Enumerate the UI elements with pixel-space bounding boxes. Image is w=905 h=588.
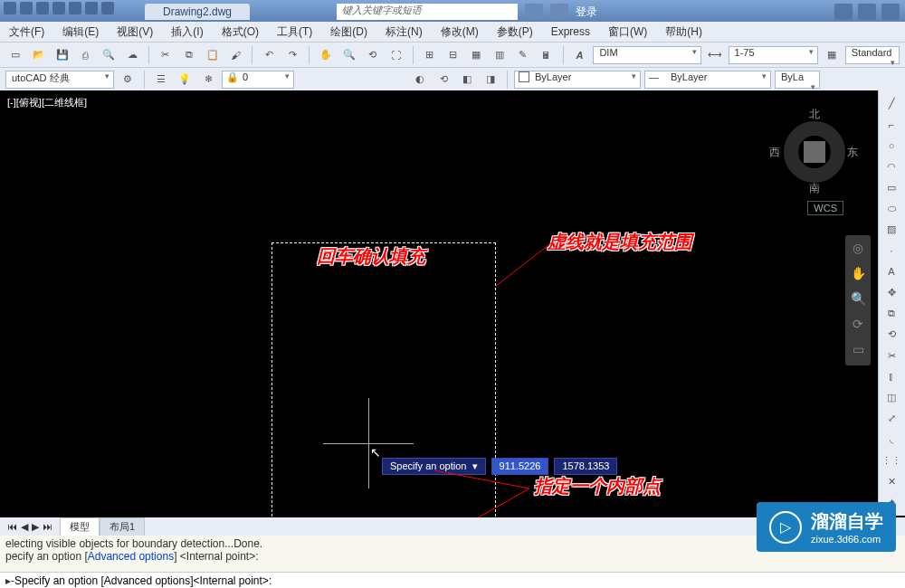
- login-link[interactable]: 登录: [576, 5, 597, 20]
- layer-iso-icon[interactable]: ◐: [410, 70, 430, 90]
- tab-model[interactable]: 模型: [60, 517, 100, 536]
- fillet-icon[interactable]: ◟: [881, 430, 902, 449]
- help-search-input[interactable]: 键入关键字或短语: [337, 4, 518, 20]
- menu-dimension[interactable]: 标注(N): [386, 24, 423, 40]
- cloud-icon[interactable]: [858, 4, 876, 20]
- command-input[interactable]: ▸- Specify an option [Advanced options] …: [0, 572, 905, 588]
- table-icon[interactable]: ▦: [822, 45, 842, 65]
- point-icon[interactable]: ·: [881, 241, 902, 260]
- dim-icon[interactable]: ⟷: [705, 45, 725, 65]
- qat-icon[interactable]: [69, 2, 81, 14]
- circle-icon[interactable]: ○: [881, 136, 902, 155]
- zoom-icon[interactable]: 🔍: [339, 45, 359, 65]
- textstyle-combo[interactable]: Standard: [845, 46, 900, 64]
- viewcube-east[interactable]: 东: [847, 145, 858, 160]
- scale-icon[interactable]: ⤢: [881, 409, 902, 428]
- cut-icon[interactable]: ✂: [156, 45, 176, 65]
- array-icon[interactable]: ⋮⋮: [881, 450, 902, 469]
- layer-props-icon[interactable]: ☰: [151, 70, 171, 90]
- menu-parametric[interactable]: 参数(P): [497, 24, 533, 40]
- layer-freeze-icon[interactable]: ❄: [198, 70, 218, 90]
- menu-tools[interactable]: 工具(T): [277, 24, 312, 40]
- open-icon[interactable]: 📂: [29, 45, 49, 65]
- redo-icon[interactable]: ↷: [282, 45, 302, 65]
- viewcube[interactable]: 北 南 东 西: [769, 107, 860, 197]
- signin-icon[interactable]: [550, 4, 568, 20]
- exchange-icon[interactable]: [834, 4, 853, 20]
- zoom-window-icon[interactable]: ⛶: [386, 45, 406, 65]
- layer-state-icon[interactable]: 💡: [175, 70, 195, 90]
- tool-palette-icon[interactable]: ▦: [466, 45, 486, 65]
- tab-layout1[interactable]: 布局1: [100, 517, 145, 536]
- help-icon[interactable]: [881, 4, 900, 20]
- ellipse-icon[interactable]: ⬭: [881, 199, 902, 218]
- menu-help[interactable]: 帮助(H): [665, 24, 702, 40]
- qat-icon[interactable]: [52, 2, 65, 14]
- copy-icon[interactable]: ⧉: [179, 45, 199, 65]
- layer-on-icon[interactable]: ◨: [481, 70, 500, 90]
- infocenter-icon[interactable]: [525, 4, 543, 20]
- trim-icon[interactable]: ✂: [881, 346, 902, 365]
- workspace-settings-icon[interactable]: ⚙: [118, 70, 138, 90]
- plot-icon[interactable]: ⎙: [76, 45, 96, 65]
- copy-obj-icon[interactable]: ⧉: [881, 304, 902, 323]
- tab-next-icon[interactable]: ▶: [32, 521, 39, 533]
- layer-combo[interactable]: 🔒0: [222, 71, 294, 89]
- menu-view[interactable]: 视图(V): [117, 24, 153, 40]
- viewcube-west[interactable]: 西: [769, 145, 780, 160]
- wcs-label[interactable]: WCS: [807, 201, 843, 215]
- pan-icon[interactable]: ✋: [316, 45, 336, 65]
- tab-last-icon[interactable]: ⏭: [43, 521, 52, 533]
- rectangle-icon[interactable]: ▭: [881, 178, 902, 197]
- preview-icon[interactable]: 🔍: [99, 45, 119, 65]
- publish-icon[interactable]: ☁: [122, 45, 142, 65]
- document-tab[interactable]: Drawing2.dwg: [145, 4, 250, 20]
- dimstyle-combo[interactable]: DIM: [593, 46, 700, 64]
- menu-insert[interactable]: 插入(I): [171, 24, 203, 40]
- viewcube-north[interactable]: 北: [809, 107, 820, 122]
- menu-modify[interactable]: 修改(M): [441, 24, 479, 40]
- qat-icon[interactable]: [36, 2, 49, 14]
- menu-window[interactable]: 窗口(W): [608, 24, 647, 40]
- scale-combo[interactable]: 1-75: [729, 46, 818, 64]
- menu-format[interactable]: 格式(O): [222, 24, 259, 40]
- erase-icon[interactable]: ✕: [881, 472, 902, 491]
- markup-icon[interactable]: ✎: [513, 45, 533, 65]
- color-combo[interactable]: ByLayer: [514, 71, 641, 89]
- dynamic-x-value[interactable]: 911.5226: [491, 458, 549, 475]
- design-center-icon[interactable]: ⊟: [443, 45, 462, 65]
- drawing-canvas[interactable]: [-][俯视][二维线框] ↖ Specify an option ▾ 911.…: [0, 90, 876, 516]
- menu-express[interactable]: Express: [551, 25, 590, 38]
- hatch-icon[interactable]: ▨: [881, 220, 902, 239]
- layer-prev-icon[interactable]: ⟲: [433, 70, 453, 90]
- undo-icon[interactable]: ↶: [259, 45, 279, 65]
- nav-orbit-icon[interactable]: ⟳: [849, 317, 867, 335]
- arc-icon[interactable]: ◠: [881, 157, 902, 176]
- new-icon[interactable]: ▭: [5, 45, 25, 65]
- orbit-icon[interactable]: ⟲: [363, 45, 383, 65]
- properties-icon[interactable]: ⊞: [420, 45, 440, 65]
- qat-icon[interactable]: [101, 2, 114, 14]
- textstyle-icon[interactable]: A: [570, 45, 590, 65]
- lineweight-combo[interactable]: ByLa: [775, 71, 820, 89]
- match-icon[interactable]: 🖌: [226, 45, 246, 65]
- save-icon[interactable]: 💾: [52, 45, 72, 65]
- sheet-set-icon[interactable]: ▥: [490, 45, 510, 65]
- qat-icon[interactable]: [20, 2, 33, 14]
- tab-first-icon[interactable]: ⏮: [7, 521, 17, 533]
- nav-zoom-icon[interactable]: 🔍: [849, 291, 867, 309]
- menu-file[interactable]: 文件(F): [9, 24, 44, 40]
- workspace-combo[interactable]: utoCAD 经典: [5, 71, 114, 89]
- offset-icon[interactable]: ⫿: [881, 367, 902, 386]
- rotate-icon[interactable]: ⟲: [881, 325, 902, 344]
- calc-icon[interactable]: 🖩: [537, 45, 557, 65]
- nav-wheel-icon[interactable]: ◎: [849, 241, 867, 259]
- paste-icon[interactable]: 📋: [203, 45, 223, 65]
- viewcube-south[interactable]: 南: [809, 181, 820, 196]
- nav-show-icon[interactable]: ▭: [849, 342, 867, 360]
- linetype-combo[interactable]: —ByLayer: [644, 71, 771, 89]
- menu-edit[interactable]: 编辑(E): [62, 24, 99, 40]
- layer-match-icon[interactable]: ◧: [457, 70, 477, 90]
- text-icon[interactable]: A: [881, 262, 902, 281]
- nav-pan-icon[interactable]: ✋: [849, 266, 867, 284]
